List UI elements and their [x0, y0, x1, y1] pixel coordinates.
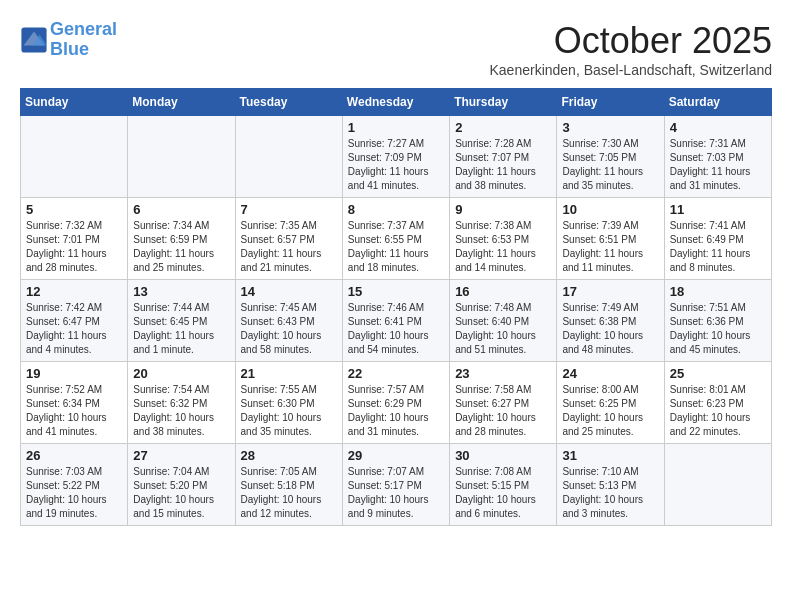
- calendar-week-row: 19Sunrise: 7:52 AM Sunset: 6:34 PM Dayli…: [21, 362, 772, 444]
- calendar-header-row: Sunday Monday Tuesday Wednesday Thursday…: [21, 89, 772, 116]
- cell-info: Sunrise: 7:52 AM Sunset: 6:34 PM Dayligh…: [26, 383, 122, 439]
- cell-info: Sunrise: 7:44 AM Sunset: 6:45 PM Dayligh…: [133, 301, 229, 357]
- calendar-week-row: 12Sunrise: 7:42 AM Sunset: 6:47 PM Dayli…: [21, 280, 772, 362]
- table-row: 2Sunrise: 7:28 AM Sunset: 7:07 PM Daylig…: [450, 116, 557, 198]
- table-row: 28Sunrise: 7:05 AM Sunset: 5:18 PM Dayli…: [235, 444, 342, 526]
- cell-info: Sunrise: 7:28 AM Sunset: 7:07 PM Dayligh…: [455, 137, 551, 193]
- calendar-week-row: 26Sunrise: 7:03 AM Sunset: 5:22 PM Dayli…: [21, 444, 772, 526]
- day-number: 19: [26, 366, 122, 381]
- cell-info: Sunrise: 7:37 AM Sunset: 6:55 PM Dayligh…: [348, 219, 444, 275]
- table-row: 13Sunrise: 7:44 AM Sunset: 6:45 PM Dayli…: [128, 280, 235, 362]
- table-row: 31Sunrise: 7:10 AM Sunset: 5:13 PM Dayli…: [557, 444, 664, 526]
- table-row: 21Sunrise: 7:55 AM Sunset: 6:30 PM Dayli…: [235, 362, 342, 444]
- day-number: 20: [133, 366, 229, 381]
- cell-info: Sunrise: 7:08 AM Sunset: 5:15 PM Dayligh…: [455, 465, 551, 521]
- cell-info: Sunrise: 7:03 AM Sunset: 5:22 PM Dayligh…: [26, 465, 122, 521]
- table-row: 22Sunrise: 7:57 AM Sunset: 6:29 PM Dayli…: [342, 362, 449, 444]
- col-friday: Friday: [557, 89, 664, 116]
- table-row: [128, 116, 235, 198]
- cell-info: Sunrise: 7:41 AM Sunset: 6:49 PM Dayligh…: [670, 219, 766, 275]
- calendar-table: Sunday Monday Tuesday Wednesday Thursday…: [20, 88, 772, 526]
- cell-info: Sunrise: 7:38 AM Sunset: 6:53 PM Dayligh…: [455, 219, 551, 275]
- col-thursday: Thursday: [450, 89, 557, 116]
- table-row: 19Sunrise: 7:52 AM Sunset: 6:34 PM Dayli…: [21, 362, 128, 444]
- cell-info: Sunrise: 7:04 AM Sunset: 5:20 PM Dayligh…: [133, 465, 229, 521]
- day-number: 14: [241, 284, 337, 299]
- col-monday: Monday: [128, 89, 235, 116]
- cell-info: Sunrise: 7:55 AM Sunset: 6:30 PM Dayligh…: [241, 383, 337, 439]
- day-number: 29: [348, 448, 444, 463]
- cell-info: Sunrise: 7:51 AM Sunset: 6:36 PM Dayligh…: [670, 301, 766, 357]
- cell-info: Sunrise: 7:32 AM Sunset: 7:01 PM Dayligh…: [26, 219, 122, 275]
- table-row: 12Sunrise: 7:42 AM Sunset: 6:47 PM Dayli…: [21, 280, 128, 362]
- cell-info: Sunrise: 7:39 AM Sunset: 6:51 PM Dayligh…: [562, 219, 658, 275]
- day-number: 23: [455, 366, 551, 381]
- cell-info: Sunrise: 7:54 AM Sunset: 6:32 PM Dayligh…: [133, 383, 229, 439]
- cell-info: Sunrise: 7:07 AM Sunset: 5:17 PM Dayligh…: [348, 465, 444, 521]
- calendar-week-row: 5Sunrise: 7:32 AM Sunset: 7:01 PM Daylig…: [21, 198, 772, 280]
- table-row: 20Sunrise: 7:54 AM Sunset: 6:32 PM Dayli…: [128, 362, 235, 444]
- day-number: 30: [455, 448, 551, 463]
- calendar-week-row: 1Sunrise: 7:27 AM Sunset: 7:09 PM Daylig…: [21, 116, 772, 198]
- day-number: 16: [455, 284, 551, 299]
- table-row: 27Sunrise: 7:04 AM Sunset: 5:20 PM Dayli…: [128, 444, 235, 526]
- day-number: 12: [26, 284, 122, 299]
- cell-info: Sunrise: 7:42 AM Sunset: 6:47 PM Dayligh…: [26, 301, 122, 357]
- cell-info: Sunrise: 7:34 AM Sunset: 6:59 PM Dayligh…: [133, 219, 229, 275]
- table-row: [21, 116, 128, 198]
- cell-info: Sunrise: 7:46 AM Sunset: 6:41 PM Dayligh…: [348, 301, 444, 357]
- table-row: 15Sunrise: 7:46 AM Sunset: 6:41 PM Dayli…: [342, 280, 449, 362]
- table-row: 11Sunrise: 7:41 AM Sunset: 6:49 PM Dayli…: [664, 198, 771, 280]
- cell-info: Sunrise: 7:10 AM Sunset: 5:13 PM Dayligh…: [562, 465, 658, 521]
- col-sunday: Sunday: [21, 89, 128, 116]
- table-row: 3Sunrise: 7:30 AM Sunset: 7:05 PM Daylig…: [557, 116, 664, 198]
- table-row: 29Sunrise: 7:07 AM Sunset: 5:17 PM Dayli…: [342, 444, 449, 526]
- table-row: 30Sunrise: 7:08 AM Sunset: 5:15 PM Dayli…: [450, 444, 557, 526]
- cell-info: Sunrise: 7:45 AM Sunset: 6:43 PM Dayligh…: [241, 301, 337, 357]
- day-number: 13: [133, 284, 229, 299]
- cell-info: Sunrise: 7:30 AM Sunset: 7:05 PM Dayligh…: [562, 137, 658, 193]
- day-number: 11: [670, 202, 766, 217]
- table-row: 6Sunrise: 7:34 AM Sunset: 6:59 PM Daylig…: [128, 198, 235, 280]
- cell-info: Sunrise: 7:27 AM Sunset: 7:09 PM Dayligh…: [348, 137, 444, 193]
- title-block: October 2025 Kaenerkinden, Basel-Landsch…: [489, 20, 772, 78]
- day-number: 1: [348, 120, 444, 135]
- day-number: 25: [670, 366, 766, 381]
- col-tuesday: Tuesday: [235, 89, 342, 116]
- cell-info: Sunrise: 7:57 AM Sunset: 6:29 PM Dayligh…: [348, 383, 444, 439]
- logo-text: General Blue: [50, 20, 117, 60]
- table-row: [235, 116, 342, 198]
- table-row: [664, 444, 771, 526]
- day-number: 10: [562, 202, 658, 217]
- table-row: 8Sunrise: 7:37 AM Sunset: 6:55 PM Daylig…: [342, 198, 449, 280]
- col-saturday: Saturday: [664, 89, 771, 116]
- table-row: 9Sunrise: 7:38 AM Sunset: 6:53 PM Daylig…: [450, 198, 557, 280]
- day-number: 24: [562, 366, 658, 381]
- day-number: 27: [133, 448, 229, 463]
- cell-info: Sunrise: 7:58 AM Sunset: 6:27 PM Dayligh…: [455, 383, 551, 439]
- day-number: 28: [241, 448, 337, 463]
- logo-icon: [20, 26, 48, 54]
- day-number: 4: [670, 120, 766, 135]
- cell-info: Sunrise: 8:00 AM Sunset: 6:25 PM Dayligh…: [562, 383, 658, 439]
- day-number: 6: [133, 202, 229, 217]
- table-row: 14Sunrise: 7:45 AM Sunset: 6:43 PM Dayli…: [235, 280, 342, 362]
- table-row: 18Sunrise: 7:51 AM Sunset: 6:36 PM Dayli…: [664, 280, 771, 362]
- day-number: 8: [348, 202, 444, 217]
- month-title: October 2025: [489, 20, 772, 62]
- col-wednesday: Wednesday: [342, 89, 449, 116]
- cell-info: Sunrise: 7:49 AM Sunset: 6:38 PM Dayligh…: [562, 301, 658, 357]
- table-row: 10Sunrise: 7:39 AM Sunset: 6:51 PM Dayli…: [557, 198, 664, 280]
- day-number: 31: [562, 448, 658, 463]
- cell-info: Sunrise: 8:01 AM Sunset: 6:23 PM Dayligh…: [670, 383, 766, 439]
- day-number: 7: [241, 202, 337, 217]
- day-number: 5: [26, 202, 122, 217]
- table-row: 16Sunrise: 7:48 AM Sunset: 6:40 PM Dayli…: [450, 280, 557, 362]
- table-row: 24Sunrise: 8:00 AM Sunset: 6:25 PM Dayli…: [557, 362, 664, 444]
- table-row: 7Sunrise: 7:35 AM Sunset: 6:57 PM Daylig…: [235, 198, 342, 280]
- table-row: 4Sunrise: 7:31 AM Sunset: 7:03 PM Daylig…: [664, 116, 771, 198]
- cell-info: Sunrise: 7:48 AM Sunset: 6:40 PM Dayligh…: [455, 301, 551, 357]
- day-number: 18: [670, 284, 766, 299]
- day-number: 21: [241, 366, 337, 381]
- cell-info: Sunrise: 7:31 AM Sunset: 7:03 PM Dayligh…: [670, 137, 766, 193]
